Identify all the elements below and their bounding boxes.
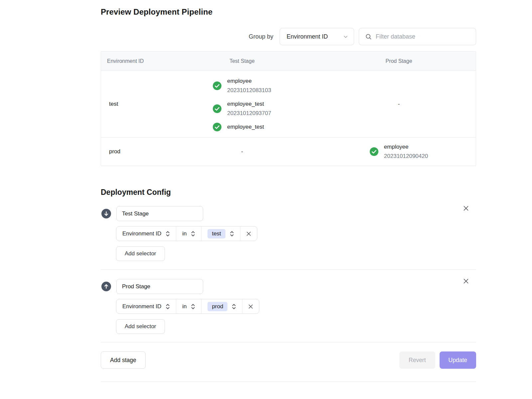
selector-operator-select[interactable]: in	[176, 226, 201, 241]
check-circle-icon	[213, 81, 221, 90]
deployment-text: employee_test 20231012093707	[227, 99, 271, 118]
chevrons-up-down-icon	[191, 230, 195, 237]
search-icon	[365, 33, 372, 40]
selector-row: Environment ID in test	[116, 226, 257, 241]
close-icon	[247, 303, 254, 310]
chevron-down-icon	[343, 34, 348, 40]
environment-cell: test	[101, 71, 162, 137]
database-version: 20231012090420	[384, 152, 428, 161]
deployment-list: employee 20231012090420	[370, 142, 428, 161]
stage-name-input[interactable]	[116, 279, 203, 294]
selector-value-badge: test	[207, 229, 225, 238]
pipeline-table-header: Environment ID Test Stage Prod Stage	[101, 52, 476, 71]
arrow-up-circle-icon	[101, 282, 111, 291]
deployment-text: employee 20231012083103	[227, 76, 271, 95]
move-stage-down-button[interactable]	[101, 209, 111, 218]
close-icon	[463, 205, 469, 212]
column-header-test-stage: Test Stage	[162, 52, 322, 70]
prod-stage-cell-empty: -	[322, 71, 476, 137]
stage-name-input[interactable]	[116, 206, 203, 221]
arrow-down-circle-icon	[101, 209, 111, 218]
selector-values-select[interactable]: prod	[201, 299, 242, 314]
remove-stage-button[interactable]	[463, 205, 469, 212]
toolbar: Group by Environment ID	[101, 28, 476, 45]
group-by-selected-value: Environment ID	[287, 33, 328, 40]
database-name: employee_test	[227, 99, 271, 109]
footer-actions: Add stage Revert Update	[101, 351, 476, 369]
test-stage-cell: employee 20231012083103 employee_test	[162, 71, 322, 137]
deployment-text: employee 20231012090420	[384, 142, 428, 161]
table-row-test: test employee 20231012083103	[101, 71, 476, 137]
remove-selector-button[interactable]	[240, 226, 257, 241]
selector-value-badge: prod	[207, 302, 227, 311]
selector-row: Environment ID in prod	[116, 299, 259, 314]
move-stage-up-button[interactable]	[101, 282, 111, 291]
pipeline-table: Environment ID Test Stage Prod Stage tes…	[101, 51, 476, 166]
chevrons-up-down-icon	[166, 303, 170, 310]
check-circle-icon	[370, 147, 378, 156]
selector-key-value: Environment ID	[122, 230, 161, 237]
section-divider	[101, 269, 476, 270]
deployment-list: employee 20231012083103 employee_test	[213, 76, 271, 132]
selector-key-select[interactable]: Environment ID	[116, 226, 176, 241]
filter-database-box	[359, 28, 476, 45]
chevrons-up-down-icon	[166, 230, 170, 237]
check-circle-icon	[213, 123, 221, 131]
add-selector-button[interactable]: Add selector	[116, 246, 165, 261]
database-version: 20231012093707	[227, 109, 271, 118]
stage-config-test: Environment ID in test Add selector	[101, 206, 476, 261]
database-name: employee_test	[227, 122, 264, 132]
filter-database-input[interactable]	[376, 33, 470, 40]
prod-stage-cell: employee 20231012090420	[322, 138, 476, 166]
deployment-text: employee_test	[227, 122, 264, 132]
close-icon	[245, 230, 252, 237]
chevrons-up-down-icon	[191, 303, 195, 310]
table-row-prod: prod - employee 20231012090420	[101, 137, 476, 166]
selector-operator-select[interactable]: in	[176, 299, 201, 314]
selector-operator-value: in	[182, 230, 187, 237]
deployment-pipeline-page: Preview Deployment Pipeline Group by Env…	[101, 0, 476, 382]
deployment-item: employee 20231012083103	[213, 76, 271, 95]
remove-stage-button[interactable]	[463, 278, 469, 285]
deployment-item: employee_test	[213, 122, 264, 132]
deployment-item: employee 20231012090420	[370, 142, 428, 161]
stage-header	[101, 279, 476, 294]
column-header-prod-stage: Prod Stage	[322, 52, 476, 70]
deployment-config-title: Deployment Config	[101, 188, 476, 197]
revert-button[interactable]: Revert	[399, 351, 435, 369]
environment-cell: prod	[101, 138, 162, 166]
deployment-item: employee_test 20231012093707	[213, 99, 271, 118]
column-header-environment-id: Environment ID	[101, 52, 162, 70]
selector-key-value: Environment ID	[122, 303, 161, 310]
chevrons-up-down-icon	[230, 230, 234, 237]
chevrons-up-down-icon	[232, 303, 236, 310]
check-circle-icon	[213, 104, 221, 113]
stage-config-prod: Environment ID in prod Add selector	[101, 279, 476, 334]
section-divider	[101, 342, 476, 342]
group-by-label: Group by	[249, 33, 273, 40]
database-name: employee	[227, 76, 271, 86]
test-stage-cell-empty: -	[162, 138, 322, 166]
selector-operator-value: in	[182, 303, 187, 310]
stage-header	[101, 206, 476, 221]
selector-key-select[interactable]: Environment ID	[116, 299, 176, 314]
add-selector-button[interactable]: Add selector	[116, 319, 165, 334]
close-icon	[463, 278, 469, 285]
selector-values-select[interactable]: test	[201, 226, 240, 241]
database-version: 20231012083103	[227, 86, 271, 95]
page-title: Preview Deployment Pipeline	[101, 7, 476, 17]
bottom-divider	[101, 381, 476, 382]
add-stage-button[interactable]: Add stage	[101, 351, 146, 369]
remove-selector-button[interactable]	[242, 299, 259, 314]
update-button[interactable]: Update	[440, 351, 476, 369]
database-name: employee	[384, 142, 428, 152]
group-by-select[interactable]: Environment ID	[280, 28, 354, 45]
